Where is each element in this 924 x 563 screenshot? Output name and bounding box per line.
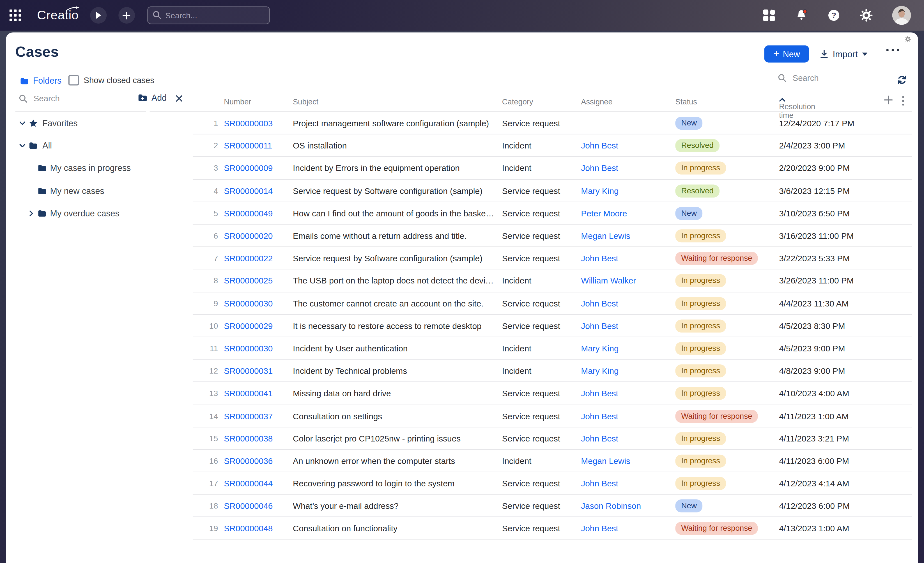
case-resolution-time: 2/4/2023 3:00 PM <box>779 141 845 151</box>
case-number-link[interactable]: SR00000029 <box>224 321 273 330</box>
case-number-link[interactable]: SR00000031 <box>224 366 273 376</box>
table-row[interactable]: 10 SR00000029 It is necessary to restore… <box>6 315 918 337</box>
show-closed-checkbox[interactable] <box>69 75 79 86</box>
case-category: Service request <box>502 434 560 443</box>
column-header-assignee[interactable]: Assignee <box>581 98 612 107</box>
case-assignee-link[interactable]: John Best <box>581 299 618 308</box>
new-button[interactable]: + New <box>764 45 809 63</box>
table-row[interactable]: 13 SR00000041 Missing data on hard drive… <box>6 382 918 405</box>
case-assignee-link[interactable]: Megan Lewis <box>581 231 630 241</box>
table-row[interactable]: 9 SR00000030 The customer cannot create … <box>6 292 918 315</box>
case-category: Service request <box>502 389 560 398</box>
refresh-icon[interactable] <box>897 75 907 85</box>
case-assignee-link[interactable]: Mary King <box>581 186 618 196</box>
case-assignee-link[interactable]: Mary King <box>581 344 618 353</box>
case-number-link[interactable]: SR00000030 <box>224 299 273 308</box>
case-number-link[interactable]: SR00000009 <box>224 164 273 173</box>
table-row[interactable]: 11 SR00000030 Incident by User authentic… <box>6 337 918 360</box>
case-number-link[interactable]: SR00000020 <box>224 231 273 241</box>
case-number-link[interactable]: SR00000011 <box>224 141 272 151</box>
table-row[interactable]: 12 SR00000031 Incident by Technical prob… <box>6 360 918 382</box>
case-subject: Project management software configuratio… <box>293 119 489 128</box>
column-header-status[interactable]: Status <box>675 98 697 107</box>
row-index: 18 <box>195 501 218 510</box>
case-number-link[interactable]: SR00000022 <box>224 254 273 263</box>
folders-toggle-link[interactable]: Folders <box>20 76 62 86</box>
app-viewport: Creatio <box>0 0 924 563</box>
play-icon <box>95 12 101 19</box>
table-row[interactable]: 5 SR00000049 How can I find out the amou… <box>6 202 918 225</box>
case-subject: OS installation <box>293 141 347 151</box>
column-header-resolution-time[interactable]: Resolution time <box>779 98 785 102</box>
case-number-link[interactable]: SR00000025 <box>224 276 273 286</box>
quick-add-button[interactable] <box>118 7 135 24</box>
process-play-button[interactable] <box>90 7 106 24</box>
case-assignee-link[interactable]: John Best <box>581 434 618 443</box>
workplaces-icon[interactable] <box>762 9 776 22</box>
cases-table-body: 1 SR00000003 Project management software… <box>6 112 918 540</box>
table-row[interactable]: 4 SR00000014 Service request by Software… <box>6 180 918 202</box>
table-row[interactable]: 18 SR00000046 What's your e-mail address… <box>6 495 918 517</box>
case-number-link[interactable]: SR00000049 <box>224 209 273 218</box>
table-row[interactable]: 17 SR00000044 Recovering password to log… <box>6 472 918 495</box>
case-number-link[interactable]: SR00000003 <box>224 119 273 128</box>
case-assignee-link[interactable]: Megan Lewis <box>581 456 630 466</box>
help-icon[interactable]: ? <box>827 9 840 22</box>
case-assignee-link[interactable]: John Best <box>581 321 618 330</box>
table-row[interactable]: 8 SR00000025 The USB port on the laptop … <box>6 270 918 292</box>
case-assignee-link[interactable]: John Best <box>581 389 618 398</box>
user-avatar[interactable] <box>892 6 911 25</box>
case-resolution-time: 4/13/2023 1:00 AM <box>779 524 849 533</box>
top-bar: Creatio <box>0 0 924 31</box>
case-assignee-link[interactable]: William Walker <box>581 276 636 286</box>
case-status-badge: New <box>675 117 702 130</box>
case-assignee-link[interactable]: Peter Moore <box>581 209 627 218</box>
table-row[interactable]: 19 SR00000048 Consultation on functional… <box>6 517 918 540</box>
table-row[interactable]: 15 SR00000038 Color laserjet pro CP1025n… <box>6 427 918 450</box>
case-number-link[interactable]: SR00000030 <box>224 344 273 353</box>
case-assignee-link[interactable]: John Best <box>581 141 618 151</box>
case-number-link[interactable]: SR00000037 <box>224 411 273 421</box>
settings-gear-icon[interactable] <box>860 9 873 22</box>
table-row[interactable]: 14 SR00000037 Consultation on settings S… <box>6 405 918 427</box>
list-search-input[interactable] <box>791 72 882 83</box>
case-number-link[interactable]: SR00000044 <box>224 479 273 488</box>
row-index: 4 <box>195 186 218 195</box>
grid-menu-icon[interactable] <box>9 9 21 21</box>
case-assignee-link[interactable]: Mary King <box>581 366 618 376</box>
case-resolution-time: 4/11/2023 6:00 PM <box>779 456 849 466</box>
table-row[interactable]: 2 SR00000011 OS installation Incident Jo… <box>6 134 918 157</box>
global-search-input[interactable] <box>147 6 270 24</box>
table-menu-kebab-icon[interactable] <box>902 96 904 105</box>
case-assignee-link[interactable]: John Best <box>581 524 618 533</box>
case-number-link[interactable]: SR00000041 <box>224 389 273 398</box>
case-assignee-link[interactable]: Jason Robinson <box>581 501 641 511</box>
table-row[interactable]: 7 SR00000022 Service request by Software… <box>6 247 918 269</box>
page-settings-gear-icon[interactable] <box>904 36 911 42</box>
show-closed-cases-control[interactable]: Show closed cases <box>69 75 154 86</box>
table-row[interactable]: 1 SR00000003 Project management software… <box>6 112 918 134</box>
more-actions-button[interactable] <box>886 49 899 51</box>
table-row[interactable]: 3 SR00000009 Incident by Errors in the e… <box>6 157 918 180</box>
case-number-link[interactable]: SR00000036 <box>224 456 273 466</box>
case-resolution-time: 3/10/2023 6:50 PM <box>779 209 850 218</box>
case-assignee-link[interactable]: John Best <box>581 479 618 488</box>
import-button[interactable]: Import <box>820 45 867 63</box>
column-header-subject[interactable]: Subject <box>293 98 318 107</box>
case-assignee-link[interactable]: John Best <box>581 164 618 173</box>
notifications-bell-icon[interactable] <box>795 9 808 22</box>
case-number-link[interactable]: SR00000048 <box>224 524 273 533</box>
case-number-link[interactable]: SR00000014 <box>224 186 273 196</box>
case-assignee-link[interactable]: John Best <box>581 254 618 263</box>
table-row[interactable]: 6 SR00000020 Emails come without a retur… <box>6 225 918 247</box>
case-number-link[interactable]: SR00000046 <box>224 501 273 511</box>
case-resolution-time: 4/8/2023 9:00 PM <box>779 366 845 376</box>
table-row[interactable]: 16 SR00000036 An unknown error when the … <box>6 450 918 472</box>
case-number-link[interactable]: SR00000038 <box>224 434 273 443</box>
column-header-category[interactable]: Category <box>502 98 533 107</box>
add-column-button[interactable] <box>884 95 893 106</box>
case-status-badge: Waiting for response <box>675 410 758 422</box>
row-index: 1 <box>195 119 218 128</box>
case-assignee-link[interactable]: John Best <box>581 411 618 421</box>
column-header-number[interactable]: Number <box>224 98 251 107</box>
